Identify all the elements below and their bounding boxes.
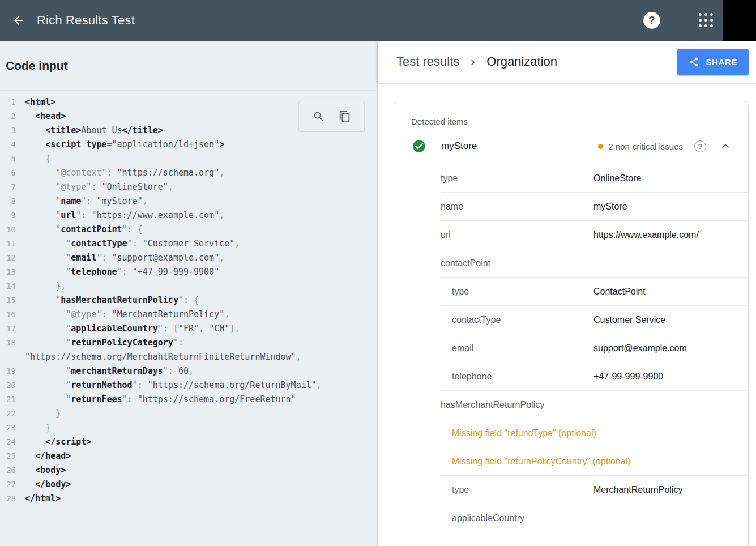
code-line: 16 "@type": "MerchantReturnPolicy", xyxy=(0,308,377,322)
line-number: 25 xyxy=(0,449,20,463)
test-results-panel: Test results Organization SHARE Detected… xyxy=(378,41,756,546)
property-label: contactType xyxy=(452,315,501,325)
breadcrumb-current-page: Organization xyxy=(486,54,557,69)
property-row: emailsupport@example.com xyxy=(394,334,748,362)
warning-message: Missing field "returnPolicyCountry" (opt… xyxy=(452,457,630,467)
share-button[interactable]: SHARE xyxy=(677,49,749,75)
warning-row[interactable]: Missing field "refundType" (optional) xyxy=(394,419,748,447)
line-number: 23 xyxy=(0,421,20,435)
code-text: "telephone": "+47-99-999-9900" xyxy=(20,265,377,279)
property-label: type xyxy=(452,485,469,495)
line-number: 22 xyxy=(0,407,20,421)
code-editor[interactable]: 1<html>2 <head>3 <title>About Us</title>… xyxy=(0,91,377,546)
detected-item-mystore[interactable]: myStore 2 non-critical issues ? xyxy=(394,129,748,164)
code-text: "contactType": "Customer Service", xyxy=(20,237,377,251)
code-input-title: Code input xyxy=(6,59,68,72)
line-number: 20 xyxy=(0,378,20,393)
code-line: 6 "@context": "https://schema.org", xyxy=(0,166,377,180)
property-row: namemyStore xyxy=(394,193,748,221)
issue-dot-icon xyxy=(598,144,603,149)
item-status: 2 non-critical issues ? xyxy=(598,139,732,153)
line-number: 18 xyxy=(0,336,20,350)
help-button[interactable]: ? xyxy=(643,12,660,29)
back-button[interactable] xyxy=(8,10,29,31)
warning-row[interactable]: Missing field "returnPolicyCountry" (opt… xyxy=(394,447,748,476)
apps-grid-button[interactable] xyxy=(699,13,714,28)
property-label: contactPoint xyxy=(441,258,490,268)
copy-button[interactable] xyxy=(338,110,352,123)
code-lines: 1<html>2 <head>3 <title>About Us</title>… xyxy=(0,95,377,506)
code-text: "@type": "MerchantReturnPolicy", xyxy=(20,308,377,322)
property-label: hasMerchantReturnPolicy xyxy=(441,400,544,410)
code-line: 13 "telephone": "+47-99-999-9900" xyxy=(0,265,377,279)
code-text: { xyxy=(20,152,377,166)
line-number: 2 xyxy=(0,109,20,123)
code-line: 10 "contactPoint": { xyxy=(0,223,377,237)
line-number: 7 xyxy=(0,180,20,194)
property-value: myStore xyxy=(593,202,627,212)
code-line: 17 "applicableCountry": ["FR", "CH"], xyxy=(0,322,377,336)
code-line: 24 </script> xyxy=(0,435,377,449)
code-input-panel: Code input 1<html>2 <head>3 <title>About… xyxy=(0,41,378,546)
help-circle-icon: ? xyxy=(698,143,703,150)
chevron-up-icon xyxy=(719,139,732,153)
line-number: 5 xyxy=(0,152,20,166)
code-text: <body> xyxy=(20,463,377,477)
code-text: "returnPolicyCategory": "https://schema.… xyxy=(20,336,377,364)
code-text: "name": "myStore", xyxy=(20,194,377,208)
item-name: myStore xyxy=(441,140,477,152)
breadcrumb-test-results[interactable]: Test results xyxy=(396,54,459,69)
issues-help-button[interactable]: ? xyxy=(694,140,706,152)
main-split: Code input 1<html>2 <head>3 <title>About… xyxy=(0,41,756,546)
code-text: "@type": "OnlineStore", xyxy=(20,180,377,194)
property-value: OnlineStore xyxy=(593,173,642,184)
help-icon: ? xyxy=(649,15,655,25)
code-line: 19 "merchantReturnDays": 60, xyxy=(0,364,377,378)
code-line: 8 "name": "myStore", xyxy=(0,194,377,208)
property-label: url xyxy=(441,230,451,240)
results-header: Test results Organization SHARE xyxy=(378,41,756,83)
property-row: telephone+47-99-999-9900 xyxy=(394,362,748,391)
code-line: 26 <body> xyxy=(0,463,377,477)
code-line: 14 }, xyxy=(0,279,377,293)
property-row: contactPoint xyxy=(394,249,748,278)
detected-items-card: Detected items myStore 2 non-critical is… xyxy=(394,101,749,546)
property-value: Customer Service xyxy=(593,315,665,325)
code-line: 18 "returnPolicyCategory": "https://sche… xyxy=(0,336,377,364)
code-input-header: Code input xyxy=(0,41,377,91)
code-text: "contactPoint": { xyxy=(20,223,377,237)
line-number: 12 xyxy=(0,251,20,265)
code-text: "email": "support@example.com", xyxy=(20,251,377,265)
line-number: 28 xyxy=(0,492,20,506)
collapse-item-button[interactable] xyxy=(719,139,732,153)
line-number: 17 xyxy=(0,322,20,336)
code-line: 28</html> xyxy=(0,492,377,506)
property-rows: typeOnlineStorenamemyStoreurlhttps://www… xyxy=(394,164,748,532)
line-number: 13 xyxy=(0,265,20,279)
property-row: hasMerchantReturnPolicy xyxy=(394,391,748,419)
code-line: 7 "@type": "OnlineStore", xyxy=(0,180,377,194)
code-line: 25 </head> xyxy=(0,449,377,463)
code-text: </html> xyxy=(20,492,377,506)
search-button[interactable] xyxy=(312,110,326,123)
code-line: 5 { xyxy=(0,152,377,166)
back-arrow-icon xyxy=(12,14,25,27)
code-text: "merchantReturnDays": 60, xyxy=(20,364,377,378)
property-value: MerchantReturnPolicy xyxy=(593,485,682,495)
code-text: "applicableCountry": ["FR", "CH"], xyxy=(20,322,377,336)
property-row: contactTypeCustomer Service xyxy=(394,306,748,334)
code-line: 27 </body> xyxy=(0,477,377,492)
account-avatar-area[interactable] xyxy=(723,0,756,41)
property-row: urlhttps://www.example.com/ xyxy=(394,221,748,249)
line-number: 10 xyxy=(0,223,20,237)
code-text: "url": "https://www.example.com", xyxy=(20,208,377,223)
code-text: </head> xyxy=(20,449,377,463)
line-number: 21 xyxy=(0,393,20,407)
property-label: name xyxy=(441,202,463,212)
code-line: 12 "email": "support@example.com", xyxy=(0,251,377,265)
code-line: 20 "returnMethod": "https://schema.org/R… xyxy=(0,378,377,393)
property-label: applicableCountry xyxy=(452,513,524,523)
line-number: 14 xyxy=(0,279,20,293)
line-number: 4 xyxy=(0,138,20,152)
line-number: 6 xyxy=(0,166,20,180)
